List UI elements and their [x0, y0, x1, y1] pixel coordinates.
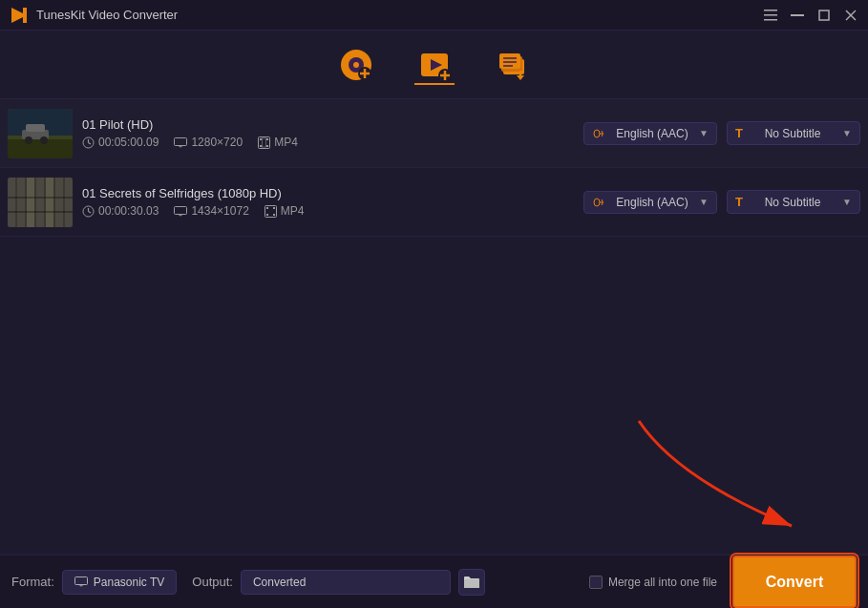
subtitle-value: No Subtitle — [765, 196, 821, 209]
file-thumbnail — [8, 178, 73, 227]
audio-icon — [592, 196, 605, 209]
svg-rect-31 — [8, 137, 73, 158]
subtitle-select[interactable]: T No Subtitle ▼ — [727, 190, 860, 214]
duration-value: 00:05:00.09 — [98, 136, 159, 149]
bottom-bar: Format: Panasonic TV Output: Converted M… — [0, 555, 868, 608]
audio-dropdown-arrow: ▼ — [699, 197, 709, 207]
svg-rect-53 — [17, 178, 25, 227]
output-section: Output: Converted — [192, 569, 574, 596]
format-value-btn[interactable]: Panasonic TV — [62, 570, 178, 595]
file-meta: 00:00:30.03 1434×1072 — [82, 204, 583, 218]
format-value: MP4 — [281, 204, 305, 218]
svg-rect-54 — [27, 178, 34, 227]
app-logo — [10, 6, 29, 25]
resolution-value: 1434×1072 — [191, 204, 248, 218]
svg-rect-57 — [55, 178, 63, 227]
svg-rect-60 — [8, 211, 73, 213]
folder-icon — [464, 576, 479, 588]
format-selected: Panasonic TV — [94, 576, 165, 589]
duration-value: 00:00:30.03 — [98, 204, 159, 218]
file-meta: 00:05:00.09 1280×720 — [82, 136, 583, 149]
close-btn[interactable] — [843, 8, 858, 23]
svg-rect-69 — [273, 207, 275, 209]
duration-item: 00:05:00.09 — [82, 136, 159, 149]
subtitle-dropdown-arrow: ▼ — [842, 128, 852, 138]
format-item: MP4 — [258, 136, 298, 149]
svg-line-63 — [89, 211, 92, 213]
film-icon — [258, 136, 270, 149]
svg-rect-3 — [764, 14, 777, 16]
audio-value: English (AAC) — [616, 196, 688, 209]
clock-icon — [82, 205, 95, 218]
convert-tab-btn[interactable] — [414, 45, 455, 85]
convert-icon — [414, 45, 455, 85]
audio-icon — [592, 127, 605, 140]
resolution-value: 1280×720 — [191, 136, 243, 149]
film-icon — [265, 205, 277, 218]
menu-btn[interactable] — [763, 8, 778, 23]
add-media-btn[interactable] — [336, 45, 376, 85]
app-title: TunesKit Video Converter — [36, 8, 763, 22]
audio-value: English (AAC) — [616, 127, 688, 140]
duration-item: 00:00:30.03 — [82, 204, 159, 218]
toolbar — [0, 31, 868, 99]
svg-rect-64 — [175, 206, 187, 214]
merge-icon — [493, 45, 533, 85]
svg-rect-45 — [266, 138, 268, 140]
file-row: 01 Pilot (HD) 00:05:00.09 — [0, 99, 868, 168]
maximize-btn[interactable] — [816, 8, 832, 23]
subtitle-dropdown-arrow: ▼ — [842, 197, 852, 207]
minimize-btn[interactable] — [790, 8, 805, 23]
svg-rect-46 — [260, 145, 262, 147]
resolution-item: 1434×1072 — [174, 204, 248, 218]
svg-rect-5 — [791, 14, 804, 16]
format-section: Format: Panasonic TV — [11, 570, 177, 595]
svg-point-72 — [594, 199, 600, 206]
file-info: 01 Pilot (HD) 00:05:00.09 — [82, 117, 583, 149]
format-item: MP4 — [265, 204, 305, 218]
file-dropdowns: English (AAC) ▼ T No Subtitle ▼ — [583, 190, 860, 214]
merge-checkbox[interactable] — [589, 576, 603, 589]
svg-point-35 — [25, 136, 32, 144]
merge-tab-btn[interactable] — [493, 45, 533, 85]
svg-rect-40 — [175, 137, 187, 145]
svg-marker-29 — [517, 75, 524, 80]
svg-rect-70 — [266, 214, 268, 216]
svg-rect-1 — [23, 8, 27, 23]
browse-folder-btn[interactable] — [458, 569, 485, 596]
svg-rect-75 — [74, 577, 87, 585]
merge-section: Merge all into one file — [589, 576, 717, 589]
svg-rect-4 — [764, 19, 777, 21]
svg-rect-2 — [764, 10, 777, 11]
file-list: 01 Pilot (HD) 00:05:00.09 — [0, 99, 868, 555]
svg-rect-47 — [266, 145, 268, 147]
svg-point-49 — [594, 130, 600, 137]
file-row: 01 Secrets of Selfridges (1080p HD) 00:0… — [0, 168, 868, 237]
subtitle-select[interactable]: T No Subtitle ▼ — [727, 121, 860, 145]
screen-icon — [174, 206, 187, 217]
audio-select[interactable]: English (AAC) ▼ — [583, 191, 717, 214]
svg-rect-59 — [8, 197, 73, 199]
format-label: Format: — [11, 575, 54, 589]
svg-rect-56 — [46, 178, 53, 227]
format-value: MP4 — [274, 136, 298, 149]
subtitle-value: No Subtitle — [765, 127, 821, 140]
svg-rect-52 — [8, 178, 15, 227]
resolution-item: 1280×720 — [174, 136, 243, 149]
active-indicator — [414, 83, 455, 85]
window-controls — [763, 8, 858, 23]
svg-rect-71 — [273, 214, 275, 216]
output-path[interactable]: Converted — [241, 570, 451, 595]
svg-rect-78 — [464, 579, 479, 588]
screen-icon — [174, 137, 187, 148]
svg-rect-44 — [260, 138, 262, 140]
file-name: 01 Pilot (HD) — [82, 117, 583, 132]
convert-button[interactable]: Convert — [732, 556, 857, 608]
subtitle-icon: T — [735, 126, 743, 140]
svg-line-39 — [89, 142, 92, 144]
audio-select[interactable]: English (AAC) ▼ — [583, 122, 717, 145]
file-info: 01 Secrets of Selfridges (1080p HD) 00:0… — [82, 186, 583, 218]
file-name: 01 Secrets of Selfridges (1080p HD) — [82, 186, 583, 200]
svg-point-13 — [353, 62, 359, 68]
svg-rect-68 — [266, 207, 268, 209]
